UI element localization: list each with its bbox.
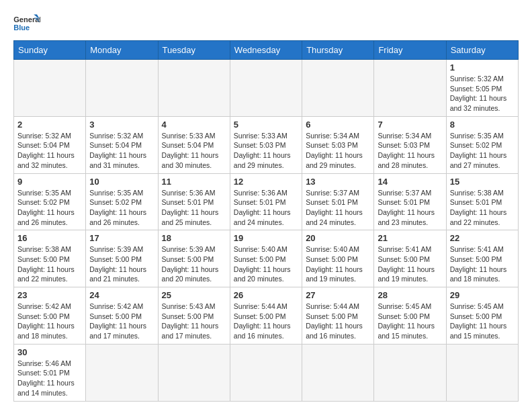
day-cell: 28Sunrise: 5:45 AMSunset: 5:00 PMDayligh…	[374, 287, 446, 345]
day-cell: 25Sunrise: 5:43 AMSunset: 5:00 PMDayligh…	[158, 287, 230, 345]
day-cell: 29Sunrise: 5:45 AMSunset: 5:00 PMDayligh…	[446, 287, 518, 345]
header-friday: Friday	[374, 41, 446, 60]
day-info: Sunrise: 5:41 AMSunset: 5:00 PMDaylight:…	[378, 244, 442, 284]
page-header: General Blue	[13, 13, 519, 34]
day-number: 9	[17, 177, 82, 187]
day-info: Sunrise: 5:38 AMSunset: 5:00 PMDaylight:…	[17, 244, 82, 284]
day-cell: 14Sunrise: 5:37 AMSunset: 5:01 PMDayligh…	[374, 173, 446, 230]
day-number: 11	[162, 177, 226, 187]
day-cell: 27Sunrise: 5:44 AMSunset: 5:00 PMDayligh…	[302, 287, 374, 345]
day-info: Sunrise: 5:41 AMSunset: 5:00 PMDaylight:…	[450, 244, 515, 284]
day-cell: 17Sunrise: 5:39 AMSunset: 5:00 PMDayligh…	[86, 230, 158, 287]
day-cell	[86, 60, 158, 117]
day-number: 25	[162, 290, 226, 300]
day-number: 19	[234, 233, 298, 243]
day-info: Sunrise: 5:40 AMSunset: 5:00 PMDaylight:…	[234, 244, 298, 284]
day-info: Sunrise: 5:39 AMSunset: 5:00 PMDaylight:…	[89, 244, 154, 284]
day-number: 20	[306, 233, 370, 243]
day-info: Sunrise: 5:46 AMSunset: 5:01 PMDaylight:…	[17, 359, 82, 398]
day-number: 16	[17, 233, 82, 243]
day-info: Sunrise: 5:38 AMSunset: 5:01 PMDaylight:…	[450, 188, 515, 228]
day-info: Sunrise: 5:39 AMSunset: 5:00 PMDaylight:…	[162, 244, 226, 284]
day-number: 8	[450, 120, 515, 130]
day-info: Sunrise: 5:42 AMSunset: 5:00 PMDaylight:…	[89, 302, 154, 341]
day-cell	[14, 60, 86, 117]
day-cell: 15Sunrise: 5:38 AMSunset: 5:01 PMDayligh…	[446, 173, 518, 230]
day-number: 21	[378, 233, 442, 243]
day-cell: 24Sunrise: 5:42 AMSunset: 5:00 PMDayligh…	[86, 287, 158, 345]
day-cell: 6Sunrise: 5:34 AMSunset: 5:03 PMDaylight…	[302, 116, 374, 173]
week-row-3: 16Sunrise: 5:38 AMSunset: 5:00 PMDayligh…	[14, 230, 519, 287]
day-info: Sunrise: 5:34 AMSunset: 5:03 PMDaylight:…	[378, 131, 442, 171]
day-cell: 11Sunrise: 5:36 AMSunset: 5:01 PMDayligh…	[158, 173, 230, 230]
day-cell: 9Sunrise: 5:35 AMSunset: 5:02 PMDaylight…	[14, 173, 86, 230]
day-cell: 18Sunrise: 5:39 AMSunset: 5:00 PMDayligh…	[158, 230, 230, 287]
week-row-1: 2Sunrise: 5:32 AMSunset: 5:04 PMDaylight…	[14, 116, 519, 173]
header-saturday: Saturday	[446, 41, 518, 60]
day-cell: 12Sunrise: 5:36 AMSunset: 5:01 PMDayligh…	[230, 173, 302, 230]
day-cell	[86, 344, 158, 401]
day-cell: 21Sunrise: 5:41 AMSunset: 5:00 PMDayligh…	[374, 230, 446, 287]
day-cell: 13Sunrise: 5:37 AMSunset: 5:01 PMDayligh…	[302, 173, 374, 230]
svg-text:Blue: Blue	[13, 24, 30, 32]
day-info: Sunrise: 5:36 AMSunset: 5:01 PMDaylight:…	[162, 188, 226, 228]
week-row-0: 1Sunrise: 5:32 AMSunset: 5:05 PMDaylight…	[14, 60, 519, 117]
day-number: 1	[450, 62, 515, 73]
day-number: 30	[17, 347, 82, 357]
day-cell: 22Sunrise: 5:41 AMSunset: 5:00 PMDayligh…	[446, 230, 518, 287]
day-cell	[374, 60, 446, 117]
day-cell: 8Sunrise: 5:35 AMSunset: 5:02 PMDaylight…	[446, 116, 518, 173]
calendar-table: SundayMondayTuesdayWednesdayThursdayFrid…	[13, 40, 519, 402]
day-cell: 3Sunrise: 5:32 AMSunset: 5:04 PMDaylight…	[86, 116, 158, 173]
day-cell: 23Sunrise: 5:42 AMSunset: 5:00 PMDayligh…	[14, 287, 86, 345]
day-info: Sunrise: 5:37 AMSunset: 5:01 PMDaylight:…	[378, 188, 442, 228]
day-number: 10	[89, 177, 154, 187]
day-cell	[158, 344, 230, 401]
day-info: Sunrise: 5:35 AMSunset: 5:02 PMDaylight:…	[17, 188, 82, 228]
day-number: 5	[234, 120, 298, 130]
day-info: Sunrise: 5:34 AMSunset: 5:03 PMDaylight:…	[306, 131, 370, 171]
header-tuesday: Tuesday	[158, 41, 230, 60]
day-number: 23	[17, 290, 82, 300]
day-cell	[302, 344, 374, 401]
day-info: Sunrise: 5:44 AMSunset: 5:00 PMDaylight:…	[306, 302, 370, 341]
header-monday: Monday	[86, 41, 158, 60]
day-cell: 5Sunrise: 5:33 AMSunset: 5:03 PMDaylight…	[230, 116, 302, 173]
day-number: 18	[162, 233, 226, 243]
logo: General Blue	[13, 13, 40, 34]
day-cell	[158, 60, 230, 117]
day-number: 26	[234, 290, 298, 300]
day-cell: 7Sunrise: 5:34 AMSunset: 5:03 PMDaylight…	[374, 116, 446, 173]
day-number: 29	[450, 290, 515, 300]
week-row-4: 23Sunrise: 5:42 AMSunset: 5:00 PMDayligh…	[14, 287, 519, 345]
day-info: Sunrise: 5:33 AMSunset: 5:03 PMDaylight:…	[234, 131, 298, 171]
day-info: Sunrise: 5:40 AMSunset: 5:00 PMDaylight:…	[306, 244, 370, 284]
day-cell: 30Sunrise: 5:46 AMSunset: 5:01 PMDayligh…	[14, 344, 86, 401]
week-row-2: 9Sunrise: 5:35 AMSunset: 5:02 PMDaylight…	[14, 173, 519, 230]
day-cell	[446, 344, 518, 401]
day-cell: 19Sunrise: 5:40 AMSunset: 5:00 PMDayligh…	[230, 230, 302, 287]
header-wednesday: Wednesday	[230, 41, 302, 60]
day-number: 6	[306, 120, 370, 130]
day-number: 14	[378, 177, 442, 187]
week-row-5: 30Sunrise: 5:46 AMSunset: 5:01 PMDayligh…	[14, 344, 519, 401]
day-info: Sunrise: 5:42 AMSunset: 5:00 PMDaylight:…	[17, 302, 82, 341]
day-info: Sunrise: 5:32 AMSunset: 5:04 PMDaylight:…	[89, 131, 154, 171]
day-number: 24	[89, 290, 154, 300]
day-info: Sunrise: 5:44 AMSunset: 5:00 PMDaylight:…	[234, 302, 298, 341]
day-info: Sunrise: 5:45 AMSunset: 5:00 PMDaylight:…	[450, 302, 515, 341]
day-info: Sunrise: 5:37 AMSunset: 5:01 PMDaylight:…	[306, 188, 370, 228]
day-number: 4	[162, 120, 226, 130]
day-number: 13	[306, 177, 370, 187]
day-number: 12	[234, 177, 298, 187]
day-number: 28	[378, 290, 442, 300]
calendar-header-row: SundayMondayTuesdayWednesdayThursdayFrid…	[14, 41, 519, 60]
day-cell	[230, 60, 302, 117]
day-number: 3	[89, 120, 154, 130]
day-info: Sunrise: 5:32 AMSunset: 5:05 PMDaylight:…	[450, 74, 515, 113]
day-cell	[230, 344, 302, 401]
day-cell: 1Sunrise: 5:32 AMSunset: 5:05 PMDaylight…	[446, 60, 518, 117]
header-sunday: Sunday	[14, 41, 86, 60]
day-info: Sunrise: 5:45 AMSunset: 5:00 PMDaylight:…	[378, 302, 442, 341]
day-cell: 4Sunrise: 5:33 AMSunset: 5:04 PMDaylight…	[158, 116, 230, 173]
